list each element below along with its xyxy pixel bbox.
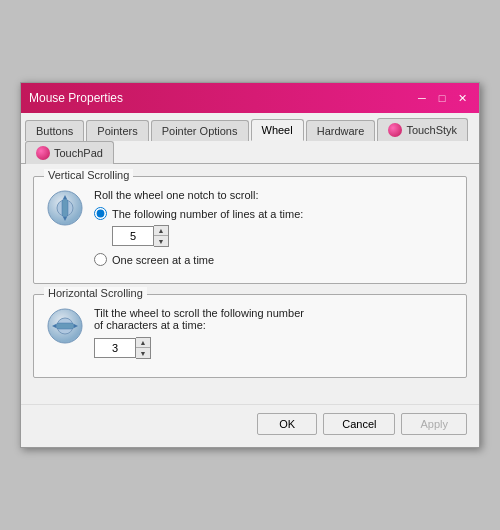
horizontal-scroll-text: Tilt the wheel to scroll the following n… bbox=[94, 307, 454, 331]
maximize-button[interactable]: □ bbox=[433, 89, 451, 107]
lines-increment-button[interactable]: ▲ bbox=[154, 226, 168, 236]
lines-radio-row: The following number of lines at a time: bbox=[94, 207, 454, 220]
lines-radio-label: The following number of lines at a time: bbox=[112, 208, 303, 220]
lines-radio[interactable] bbox=[94, 207, 107, 220]
tab-wheel[interactable]: Wheel bbox=[251, 119, 304, 141]
horizontal-scrolling-content: Tilt the wheel to scroll the following n… bbox=[46, 307, 454, 365]
chars-spinner-buttons: ▲ ▼ bbox=[136, 337, 151, 359]
touchpad-icon bbox=[36, 146, 50, 160]
vertical-scrolling-content: Roll the wheel one notch to scroll: The … bbox=[46, 189, 454, 271]
lines-spinner-row: ▲ ▼ bbox=[112, 225, 454, 247]
vertical-scroll-icon bbox=[46, 189, 84, 227]
cancel-button[interactable]: Cancel bbox=[323, 413, 395, 435]
minimize-button[interactable]: ─ bbox=[413, 89, 431, 107]
svg-rect-5 bbox=[56, 323, 74, 329]
vertical-scroll-row: Roll the wheel one notch to scroll: The … bbox=[46, 189, 454, 271]
footer: OK Cancel Apply bbox=[21, 404, 479, 447]
tab-bar: Buttons Pointers Pointer Options Wheel H… bbox=[21, 113, 479, 164]
ok-button[interactable]: OK bbox=[257, 413, 317, 435]
tab-hardware[interactable]: Hardware bbox=[306, 120, 376, 141]
apply-button[interactable]: Apply bbox=[401, 413, 467, 435]
vertical-scrolling-label: Vertical Scrolling bbox=[44, 169, 133, 181]
lines-decrement-button[interactable]: ▼ bbox=[154, 236, 168, 246]
title-bar-controls: ─ □ ✕ bbox=[413, 89, 471, 107]
mouse-properties-window: Mouse Properties ─ □ ✕ Buttons Pointers … bbox=[20, 82, 480, 448]
lines-spinner-input[interactable] bbox=[112, 226, 154, 246]
tab-content: Vertical Scrolling bbox=[21, 164, 479, 400]
horizontal-scroll-icon bbox=[46, 307, 84, 345]
chars-spinner-input[interactable] bbox=[94, 338, 136, 358]
screen-radio-label: One screen at a time bbox=[112, 254, 214, 266]
horizontal-scroll-row: Tilt the wheel to scroll the following n… bbox=[46, 307, 454, 365]
window-title: Mouse Properties bbox=[29, 91, 123, 105]
chars-increment-button[interactable]: ▲ bbox=[136, 338, 150, 348]
vertical-scroll-details: Roll the wheel one notch to scroll: The … bbox=[94, 189, 454, 271]
tab-pointers[interactable]: Pointers bbox=[86, 120, 148, 141]
horizontal-scrolling-label: Horizontal Scrolling bbox=[44, 287, 147, 299]
tab-buttons[interactable]: Buttons bbox=[25, 120, 84, 141]
title-bar: Mouse Properties ─ □ ✕ bbox=[21, 83, 479, 113]
vertical-scroll-text: Roll the wheel one notch to scroll: bbox=[94, 189, 454, 201]
horizontal-scrolling-group: Horizontal Scrolling bbox=[33, 294, 467, 378]
chars-spinner-row: ▲ ▼ bbox=[94, 337, 454, 359]
screen-radio-row: One screen at a time bbox=[94, 253, 454, 266]
svg-rect-2 bbox=[62, 199, 68, 217]
horizontal-scroll-desc: Tilt the wheel to scroll the following n… bbox=[94, 307, 304, 331]
lines-spinner-buttons: ▲ ▼ bbox=[154, 225, 169, 247]
tab-touchstyk[interactable]: TouchStyk bbox=[377, 118, 468, 141]
close-button[interactable]: ✕ bbox=[453, 89, 471, 107]
horizontal-scroll-details: Tilt the wheel to scroll the following n… bbox=[94, 307, 454, 365]
screen-radio[interactable] bbox=[94, 253, 107, 266]
chars-decrement-button[interactable]: ▼ bbox=[136, 348, 150, 358]
touchstyk-icon bbox=[388, 123, 402, 137]
tab-touchpad[interactable]: TouchPad bbox=[25, 141, 114, 164]
tab-pointer-options[interactable]: Pointer Options bbox=[151, 120, 249, 141]
vertical-scrolling-group: Vertical Scrolling bbox=[33, 176, 467, 284]
